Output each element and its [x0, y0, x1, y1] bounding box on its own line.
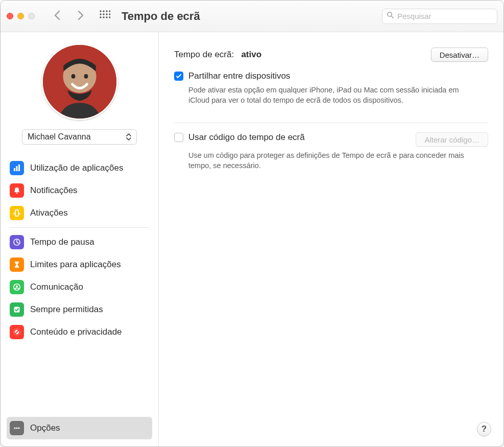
toolbar-navigation: [53, 10, 85, 23]
search-icon: [387, 11, 397, 21]
sidebar-item-label: Sempre permitidas: [30, 304, 103, 315]
svg-point-3: [109, 10, 110, 12]
disable-button[interactable]: Desativar…: [431, 48, 488, 62]
search-field[interactable]: [382, 9, 497, 24]
sidebar-item-content-privacy[interactable]: Conteúdo e privacidade: [7, 321, 152, 343]
zoom-window-button[interactable]: [28, 13, 35, 19]
check-shield-icon: [10, 302, 24, 317]
svg-point-8: [100, 16, 101, 18]
svg-rect-19: [16, 166, 18, 171]
svg-point-16: [71, 74, 75, 79]
svg-point-0: [100, 10, 101, 12]
avatar-container: [4, 43, 155, 120]
sidebar-item-label: Conteúdo e privacidade: [30, 327, 122, 337]
change-passcode-button[interactable]: Alterar código…: [416, 132, 488, 147]
sidebar-item-label: Utilização de aplicações: [30, 163, 123, 173]
sidebar-item-label: Tempo de pausa: [30, 237, 94, 247]
sidebar-item-label: Opções: [30, 423, 60, 433]
sidebar-item-app-limits[interactable]: Limites para aplicações: [7, 253, 152, 276]
svg-point-24: [16, 286, 18, 288]
disable-button-label: Desativar…: [440, 51, 479, 59]
passcode-desc: Use um código para proteger as definiçõe…: [188, 151, 474, 171]
sidebar-item-downtime[interactable]: Tempo de pausa: [7, 231, 152, 253]
svg-point-7: [109, 13, 110, 15]
titlebar: Tempo de ecrã: [1, 1, 503, 32]
person-circle-icon: [10, 280, 24, 294]
user-select-label: Michael Cavanna: [28, 132, 91, 142]
sidebar: Michael Cavanna Utilização de aplicações: [1, 32, 159, 446]
pickups-icon: [10, 206, 24, 220]
svg-point-17: [84, 74, 88, 79]
ellipsis-icon: [10, 421, 24, 435]
share-devices-checkbox[interactable]: [174, 72, 183, 81]
share-devices-title: Partilhar entre dispositivos: [188, 71, 290, 81]
svg-point-6: [106, 13, 107, 15]
status-text: Tempo de ecrã: ativo: [174, 50, 261, 60]
svg-point-4: [100, 13, 101, 15]
sidebar-item-communication[interactable]: Comunicação: [7, 276, 152, 298]
svg-point-31: [16, 427, 17, 429]
sidebar-item-options[interactable]: Opções: [7, 417, 152, 439]
sidebar-item-app-usage[interactable]: Utilização de aplicações: [7, 157, 152, 179]
share-across-devices-block: Partilhar entre dispositivos Pode ativar…: [174, 71, 488, 105]
svg-point-11: [109, 16, 110, 18]
sidebar-item-label: Comunicação: [30, 282, 83, 292]
change-passcode-button-label: Alterar código…: [424, 135, 479, 144]
minimize-window-button[interactable]: [17, 13, 24, 19]
svg-point-5: [103, 13, 104, 15]
svg-point-12: [388, 12, 392, 16]
bell-icon: [10, 183, 24, 198]
svg-rect-20: [18, 164, 20, 171]
forward-button[interactable]: [76, 10, 85, 23]
svg-point-9: [103, 16, 104, 18]
status-value: ativo: [241, 50, 261, 59]
status-row: Tempo de ecrã: ativo Desativar…: [174, 48, 488, 62]
pane-title: Tempo de ecrã: [122, 10, 200, 23]
sidebar-item-label: Limites para aplicações: [30, 260, 121, 270]
sidebar-item-always-allowed[interactable]: Sempre permitidas: [7, 298, 152, 321]
sidebar-item-notifications[interactable]: Notificações: [7, 179, 152, 202]
svg-point-30: [14, 427, 15, 429]
share-devices-desc: Pode ativar esta opção em qualquer iPhon…: [188, 85, 474, 105]
sidebar-item-label: Ativações: [30, 208, 68, 218]
passcode-block: Usar código do tempo de ecrã Alterar cód…: [174, 132, 488, 171]
svg-rect-21: [15, 210, 18, 216]
svg-point-2: [106, 10, 107, 12]
passcode-title: Usar código do tempo de ecrã: [188, 132, 305, 143]
search-input[interactable]: [397, 12, 493, 20]
bar-chart-icon: [10, 161, 24, 175]
sidebar-item-label: Notificações: [30, 185, 78, 196]
status-label: Tempo de ecrã:: [174, 50, 234, 59]
svg-point-1: [103, 10, 104, 12]
passcode-checkbox[interactable]: [174, 133, 183, 142]
svg-point-32: [18, 427, 19, 429]
back-button[interactable]: [53, 10, 62, 23]
svg-point-10: [106, 16, 107, 18]
main-content: Tempo de ecrã: ativo Desativar… Partilha…: [159, 32, 503, 446]
show-all-button[interactable]: [99, 10, 110, 23]
user-select[interactable]: Michael Cavanna: [22, 129, 137, 145]
system-preferences-window: Tempo de ecrã: [0, 0, 504, 447]
help-button[interactable]: ?: [477, 422, 491, 436]
separator: [174, 123, 488, 123]
sidebar-nav: Utilização de aplicações Notificações At…: [4, 157, 155, 343]
hourglass-icon: [10, 257, 24, 272]
sidebar-item-pickups[interactable]: Ativações: [7, 202, 152, 224]
svg-rect-18: [14, 168, 15, 171]
avatar: [41, 43, 118, 120]
help-glyph: ?: [482, 424, 487, 434]
no-entry-icon: [10, 325, 24, 339]
body: Michael Cavanna Utilização de aplicações: [1, 32, 503, 446]
window-controls: [7, 13, 35, 19]
svg-line-13: [392, 16, 393, 18]
close-window-button[interactable]: [7, 13, 13, 19]
clock-icon: [10, 235, 24, 249]
chevron-updown-icon: [125, 132, 132, 142]
sidebar-separator: [10, 227, 149, 228]
